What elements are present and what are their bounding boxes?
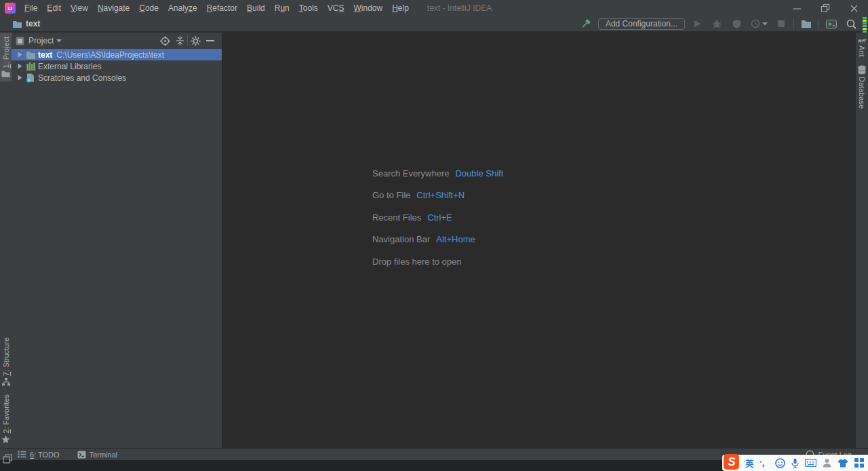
toolwindow-tab-label: Database bbox=[858, 77, 866, 109]
shortcut-action: Recent Files bbox=[372, 212, 421, 223]
shortcut-action: Search Everywhere bbox=[372, 168, 449, 178]
shortcut-keys: Ctrl+E bbox=[427, 212, 452, 223]
shortcut-action: Go to File bbox=[372, 190, 410, 200]
toolwindow-button-label: 6: TODO bbox=[30, 451, 60, 459]
ime-microphone-icon[interactable] bbox=[791, 458, 799, 468]
terminal-icon bbox=[77, 451, 86, 459]
shortcut-keys: Alt+Home bbox=[436, 234, 475, 244]
project-view-dropdown-icon[interactable] bbox=[56, 39, 62, 43]
menu-analyze[interactable]: Analyze bbox=[163, 0, 202, 16]
tree-row-scratches-and-consoles[interactable]: Scratches and Consoles bbox=[12, 72, 222, 83]
restore-button[interactable] bbox=[811, 0, 840, 16]
project-view-title[interactable]: Project bbox=[28, 36, 54, 45]
menu-view[interactable]: View bbox=[66, 0, 93, 16]
tree-node-name: text bbox=[38, 50, 52, 60]
ime-toolbox-icon[interactable] bbox=[854, 458, 864, 468]
toolwindow-button-terminal[interactable]: Terminal bbox=[77, 451, 118, 459]
add-configuration-button[interactable]: Add Configuration... bbox=[598, 18, 685, 30]
close-button[interactable] bbox=[840, 0, 868, 16]
breadcrumb[interactable]: text bbox=[12, 19, 40, 29]
toolwindow-button-6-todo[interactable]: 6: TODO bbox=[18, 451, 60, 459]
stop-button[interactable] bbox=[774, 17, 789, 31]
ant-icon bbox=[858, 37, 867, 43]
locate-file-button[interactable] bbox=[157, 34, 172, 48]
scratches-icon bbox=[26, 73, 35, 83]
hide-panel-button[interactable] bbox=[203, 34, 218, 48]
run-anything-button[interactable] bbox=[824, 17, 839, 31]
todo-icon bbox=[18, 451, 26, 458]
menu-tools[interactable]: Tools bbox=[294, 0, 323, 16]
build-hammer-button[interactable] bbox=[578, 17, 593, 31]
menu-window[interactable]: Window bbox=[349, 0, 387, 16]
shortcut-hint-recent-files: Recent FilesCtrl+E bbox=[372, 206, 503, 229]
menu-edit[interactable]: Edit bbox=[42, 0, 66, 16]
indicator-bar bbox=[863, 28, 867, 30]
library-icon bbox=[26, 62, 35, 71]
sogou-logo-icon[interactable]: S bbox=[724, 454, 739, 470]
ime-keyboard-icon[interactable] bbox=[805, 459, 816, 467]
window-controls bbox=[783, 0, 868, 16]
left-stripe-top-group: 1: Project bbox=[0, 33, 12, 81]
menu-navigate[interactable]: Navigate bbox=[93, 0, 134, 16]
database-icon bbox=[858, 65, 866, 75]
menu-run[interactable]: Run bbox=[270, 0, 294, 16]
project-structure-button[interactable] bbox=[799, 17, 814, 31]
favorites-star-icon bbox=[1, 435, 10, 444]
shortcut-hint-go-to-file: Go to FileCtrl+Shift+N bbox=[372, 185, 503, 207]
toolwindow-tab-database[interactable]: Database bbox=[856, 61, 868, 113]
structure-icon bbox=[2, 378, 10, 386]
ime-account-icon[interactable] bbox=[823, 458, 831, 468]
toolwindow-tab-7-structure[interactable]: 7: Structure bbox=[0, 333, 12, 390]
ime-punctuation-toggle[interactable]: '， bbox=[760, 457, 769, 468]
ime-language-mode[interactable]: 英 bbox=[745, 457, 753, 469]
menu-help[interactable]: Help bbox=[387, 0, 414, 16]
indicator-bar bbox=[863, 17, 867, 19]
window-title: text - IntelliJ IDEA bbox=[427, 3, 492, 13]
tree-expand-arrow-icon[interactable] bbox=[15, 52, 24, 58]
menu-vcs[interactable]: VCS bbox=[323, 0, 349, 16]
menu-code[interactable]: Code bbox=[134, 0, 163, 16]
minimize-button[interactable] bbox=[783, 0, 811, 16]
tree-node-name: Scratches and Consoles bbox=[38, 73, 126, 83]
tree-expand-arrow-icon[interactable] bbox=[15, 75, 24, 81]
project-tab-icon bbox=[1, 70, 10, 77]
toolbar-run-group: Add Configuration... bbox=[578, 17, 859, 31]
sogou-ime-toolbar: S 英 '， bbox=[722, 455, 868, 471]
menu-build[interactable]: Build bbox=[242, 0, 270, 16]
menu-file[interactable]: File bbox=[20, 0, 42, 16]
bottom-bar-left-group: 6: TODOTerminal bbox=[0, 451, 117, 459]
shortcut-keys: Ctrl+Shift+N bbox=[416, 190, 465, 200]
indicator-bar bbox=[863, 25, 867, 27]
ime-skin-icon[interactable] bbox=[837, 459, 848, 468]
tree-row-text[interactable]: textC:\Users\AS\IdeaProjects\text bbox=[12, 49, 222, 60]
title-bar: IJ FileEditViewNavigateCodeAnalyzeRefact… bbox=[0, 0, 868, 16]
toolwindow-tab-2-favorites[interactable]: 2: Favorites bbox=[0, 390, 12, 448]
shortcut-action: Navigation Bar bbox=[372, 234, 430, 244]
debug-bug-button[interactable] bbox=[709, 17, 724, 31]
menu-refactor[interactable]: Refactor bbox=[202, 0, 242, 16]
breadcrumb-label: text bbox=[26, 19, 40, 29]
collapse-all-button[interactable] bbox=[172, 34, 187, 48]
settings-gear-button[interactable] bbox=[188, 34, 203, 48]
shortcut-action: Drop files here to open bbox=[372, 257, 462, 267]
toolbar-separator bbox=[818, 18, 819, 29]
project-toolwindow: Project textC:\Users\AS\IdeaProjects\tex… bbox=[12, 33, 222, 448]
profiler-dropdown-arrow-icon[interactable] bbox=[762, 22, 768, 26]
shortcut-hint-search-everywhere: Search EverywhereDouble Shift bbox=[372, 162, 503, 185]
run-button[interactable] bbox=[690, 17, 705, 31]
toolwindow-button-label: Terminal bbox=[90, 451, 118, 459]
indicator-bar bbox=[863, 20, 867, 22]
profiler-button[interactable] bbox=[749, 17, 769, 31]
tree-node-name: External Libraries bbox=[38, 62, 101, 71]
indicator-bar bbox=[863, 22, 867, 24]
tree-row-external-libraries[interactable]: External Libraries bbox=[12, 60, 222, 72]
right-toolwindow-stripe: AntDatabase bbox=[856, 33, 868, 448]
toolwindow-tab-ant[interactable]: Ant bbox=[856, 33, 868, 61]
tree-expand-arrow-icon[interactable] bbox=[15, 63, 24, 69]
toolwindow-bars-toggle-icon[interactable] bbox=[3, 454, 12, 464]
windows-taskbar: S 英 '， bbox=[0, 460, 868, 471]
run-coverage-button[interactable] bbox=[729, 17, 744, 31]
toolwindow-tab-1-project[interactable]: 1: Project bbox=[0, 33, 12, 81]
search-everywhere-button[interactable] bbox=[844, 17, 859, 31]
ime-emoji-icon[interactable] bbox=[775, 458, 785, 468]
